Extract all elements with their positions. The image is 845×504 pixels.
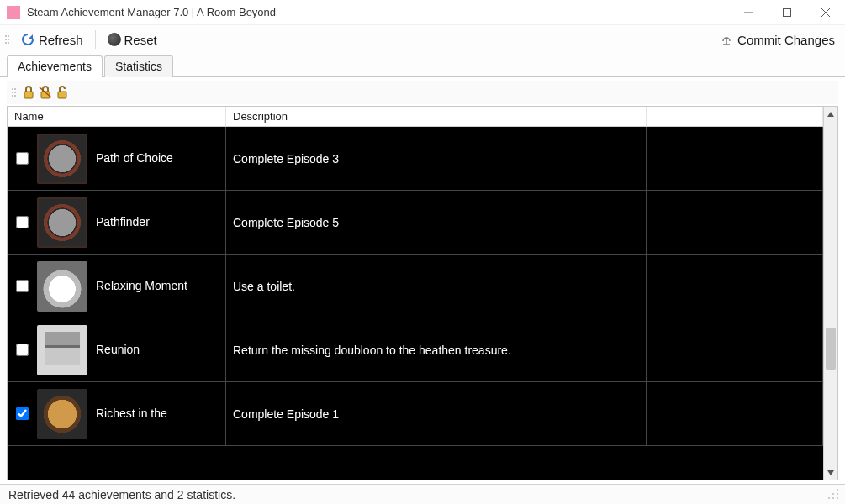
cell-description: Use a toilet. (226, 255, 647, 318)
reset-label: Reset (124, 33, 157, 47)
achievement-name: Reunion (96, 343, 140, 358)
toolbar-separator (95, 30, 96, 49)
svg-rect-0 (784, 8, 791, 16)
commit-changes-button[interactable]: Commit Changes (714, 29, 840, 50)
achievement-icon (37, 325, 87, 375)
close-button[interactable] (806, 0, 845, 25)
vertical-scrollbar[interactable] (823, 107, 837, 480)
achievement-icon (37, 261, 87, 312)
unlock-all-icon[interactable] (55, 85, 69, 100)
achievement-icon (37, 134, 87, 184)
toolbar-grip (12, 83, 17, 102)
column-header-empty (647, 107, 823, 126)
scrollbar-thumb[interactable] (826, 328, 836, 370)
column-header-description[interactable]: Description (226, 107, 647, 126)
cell-name: Pathfinder (8, 191, 226, 254)
achievement-icon (37, 389, 87, 439)
resize-grip-icon[interactable] (828, 489, 840, 501)
table-header-row: Name Description (8, 107, 823, 127)
refresh-label: Refresh (39, 33, 83, 47)
achievement-name: Pathfinder (96, 215, 150, 230)
invert-locks-icon[interactable] (39, 85, 52, 100)
toolbar-grip (5, 30, 10, 49)
cell-name: Reunion (8, 318, 226, 381)
table-row[interactable]: Relaxing MomentUse a toilet. (8, 255, 823, 318)
cell-name: Relaxing Moment (8, 255, 226, 318)
table-row[interactable]: Path of ChoiceComplete Episode 3 (8, 127, 823, 191)
table-body: Path of ChoiceComplete Episode 3Pathfind… (8, 127, 823, 480)
reset-button[interactable]: Reset (103, 30, 162, 50)
cell-description: Complete Episode 1 (226, 382, 647, 445)
cell-name: Path of Choice (8, 127, 226, 190)
tab-achievements-label: Achievements (18, 60, 92, 73)
maximize-button[interactable] (768, 0, 806, 25)
commit-label: Commit Changes (737, 33, 835, 47)
tab-statistics-label: Statistics (115, 60, 162, 73)
cell-empty (647, 255, 823, 318)
achievement-checkbox[interactable] (16, 407, 29, 420)
column-header-description-label: Description (233, 110, 288, 123)
svg-rect-3 (58, 92, 66, 98)
refresh-button[interactable]: Refresh (15, 29, 88, 50)
achievement-checkbox[interactable] (16, 344, 29, 356)
table-row[interactable]: ReunionReturn the missing doubloon to th… (8, 318, 823, 382)
achievement-checkbox[interactable] (16, 280, 29, 292)
scroll-down-arrow-icon[interactable] (824, 465, 837, 480)
cell-description: Return the missing doubloon to the heath… (226, 318, 647, 381)
cell-empty (647, 127, 823, 190)
lock-all-icon[interactable] (22, 85, 35, 100)
window-title: Steam Achievement Manager 7.0 | A Room B… (27, 6, 729, 18)
cell-empty (647, 318, 823, 381)
tab-statistics[interactable]: Statistics (104, 55, 173, 77)
title-bar: Steam Achievement Manager 7.0 | A Room B… (0, 0, 845, 25)
achievement-name: Path of Choice (96, 151, 173, 166)
reset-icon (108, 33, 121, 46)
minimize-button[interactable] (729, 0, 768, 25)
achievement-name: Relaxing Moment (96, 279, 187, 294)
app-icon (7, 6, 20, 19)
commit-icon (719, 32, 734, 47)
scrollbar-track[interactable] (824, 121, 837, 465)
cell-description: Complete Episode 3 (226, 127, 647, 190)
cell-empty (647, 382, 823, 445)
achievements-table: Name Description Path of ChoiceComplete … (7, 106, 838, 480)
achievement-checkbox[interactable] (16, 152, 29, 165)
cell-name: Richest in the (8, 382, 226, 445)
column-header-name[interactable]: Name (8, 107, 226, 126)
cell-description: Complete Episode 5 (226, 191, 647, 254)
table-row[interactable]: Richest in theComplete Episode 1 (8, 382, 823, 446)
tab-achievements[interactable]: Achievements (7, 55, 103, 77)
table-row[interactable]: PathfinderComplete Episode 5 (8, 191, 823, 255)
achievement-checkbox[interactable] (16, 216, 29, 228)
main-toolbar: Refresh Reset Commit Changes (0, 25, 845, 54)
tab-bar: Achievements Statistics (0, 54, 845, 77)
status-text: Retrieved 44 achievements and 2 statisti… (8, 488, 235, 501)
lock-toolbar (7, 81, 838, 104)
cell-empty (647, 191, 823, 254)
status-bar: Retrieved 44 achievements and 2 statisti… (0, 484, 845, 504)
achievement-name: Richest in the (96, 407, 167, 422)
achievement-icon (37, 197, 87, 248)
refresh-icon (20, 32, 35, 47)
svg-rect-1 (24, 92, 33, 98)
scroll-up-arrow-icon[interactable] (824, 107, 837, 121)
column-header-name-label: Name (14, 110, 44, 123)
